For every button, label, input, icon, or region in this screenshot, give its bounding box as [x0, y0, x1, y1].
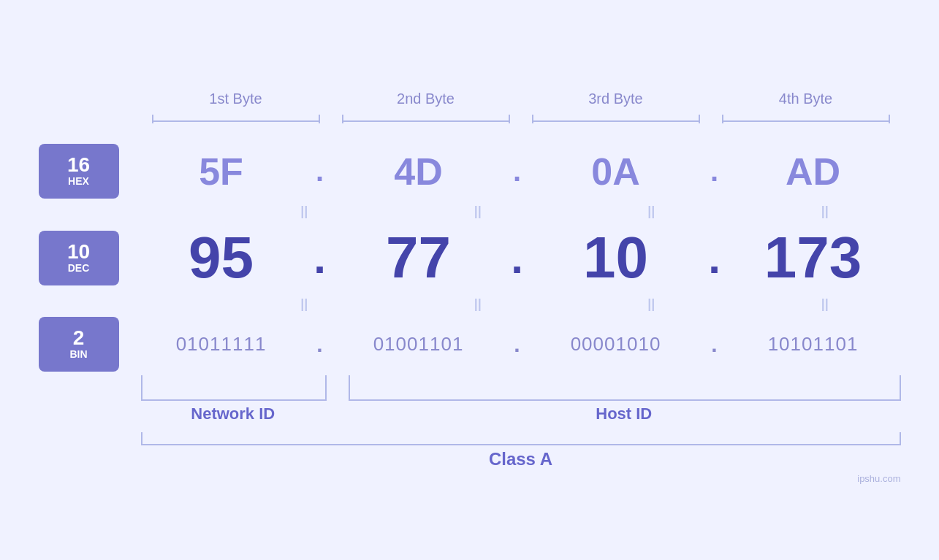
- eq-pipe-5: ||: [300, 296, 308, 312]
- hex-b3: 0A: [528, 150, 704, 193]
- hex-dot-1: .: [309, 155, 331, 188]
- eq-2-b4: ||: [749, 296, 901, 312]
- dec-dot-3: .: [704, 233, 726, 283]
- hex-base-label: HEX: [68, 175, 89, 188]
- dec-values: 95 . 77 . 10 . 173: [134, 224, 901, 291]
- id-labels: Network ID Host ID: [141, 404, 901, 423]
- eq-1-b3: ||: [576, 204, 728, 219]
- network-id-label: Network ID: [141, 404, 326, 423]
- eq-pipe-3: ||: [647, 204, 655, 219]
- hex-dot-3: .: [704, 155, 726, 188]
- hex-base-num: 16: [67, 155, 90, 175]
- top-bracket: [141, 115, 901, 129]
- class-section: Class A ipshu.com: [141, 432, 901, 469]
- network-bracket: [141, 375, 327, 401]
- bin-b4: 10101101: [726, 333, 901, 356]
- byte-header-1: 1st Byte: [141, 91, 331, 107]
- eq-2-b2: ||: [402, 296, 554, 312]
- bin-base-label: BIN: [69, 348, 87, 361]
- eq-1-b4: ||: [749, 204, 901, 219]
- eq-row-1: || || || ||: [134, 199, 901, 224]
- dec-row: 10 DEC 95 . 77 . 10 . 173: [39, 224, 901, 291]
- bin-b3: 00001010: [528, 333, 704, 356]
- eq-pipe-4: ||: [821, 204, 829, 219]
- dec-badge: 10 DEC: [39, 231, 119, 285]
- hex-values: 5F . 4D . 0A . AD: [134, 150, 901, 193]
- bin-values: 01011111 . 01001101 . 00001010 . 1010110…: [134, 332, 901, 357]
- main-container: 1st Byte 2nd Byte 3rd Byte 4th Byte 16 H…: [39, 91, 901, 469]
- eq-pipe-2: ||: [474, 204, 482, 219]
- byte-header-2: 2nd Byte: [331, 91, 521, 107]
- bracket-2: [331, 115, 521, 129]
- eq-pipe-8: ||: [821, 296, 829, 312]
- bin-base-num: 2: [73, 328, 85, 348]
- bracket-3: [521, 115, 711, 129]
- dec-dot-1: .: [309, 233, 331, 283]
- class-bracket: [141, 432, 901, 445]
- hex-row: 16 HEX 5F . 4D . 0A . AD: [39, 144, 901, 199]
- dec-base-num: 10: [67, 242, 90, 262]
- eq-pipe-1: ||: [300, 204, 308, 219]
- hex-b2: 4D: [331, 150, 506, 193]
- watermark: ipshu.com: [857, 473, 900, 484]
- id-brackets: [141, 375, 901, 401]
- hex-b4: AD: [726, 150, 901, 193]
- id-section: Network ID Host ID: [141, 375, 901, 419]
- bin-badge: 2 BIN: [39, 317, 119, 372]
- hex-dot-2: .: [506, 155, 528, 188]
- eq-2-b1: ||: [229, 296, 381, 312]
- class-label: Class A: [141, 449, 901, 469]
- bin-row: 2 BIN 01011111 . 01001101 . 00001010 . 1…: [39, 317, 901, 372]
- bin-b2: 01001101: [331, 333, 506, 356]
- bin-b1: 01011111: [134, 333, 309, 356]
- hex-badge: 16 HEX: [39, 144, 119, 199]
- hex-b1: 5F: [134, 150, 309, 193]
- eq-pipe-6: ||: [474, 296, 482, 312]
- eq-1-b1: ||: [229, 204, 381, 219]
- dec-b3: 10: [528, 224, 704, 291]
- dec-b2: 77: [331, 224, 506, 291]
- bracket-1: [141, 115, 331, 129]
- byte-headers: 1st Byte 2nd Byte 3rd Byte 4th Byte: [141, 91, 901, 107]
- bin-dot-2: .: [506, 332, 528, 357]
- host-bracket: [349, 375, 901, 401]
- bin-dot-3: .: [704, 332, 726, 357]
- dec-b1: 95: [134, 224, 309, 291]
- dec-b4: 173: [726, 224, 901, 291]
- dec-base-label: DEC: [68, 262, 90, 275]
- byte-header-3: 3rd Byte: [521, 91, 711, 107]
- bin-dot-1: .: [309, 332, 331, 357]
- eq-pipe-7: ||: [647, 296, 655, 312]
- eq-2-b3: ||: [576, 296, 728, 312]
- bracket-4: [711, 115, 901, 129]
- byte-header-4: 4th Byte: [711, 91, 901, 107]
- eq-1-b2: ||: [402, 204, 554, 219]
- eq-row-2: || || || ||: [134, 291, 901, 317]
- dec-dot-2: .: [506, 233, 528, 283]
- host-id-label: Host ID: [347, 404, 901, 423]
